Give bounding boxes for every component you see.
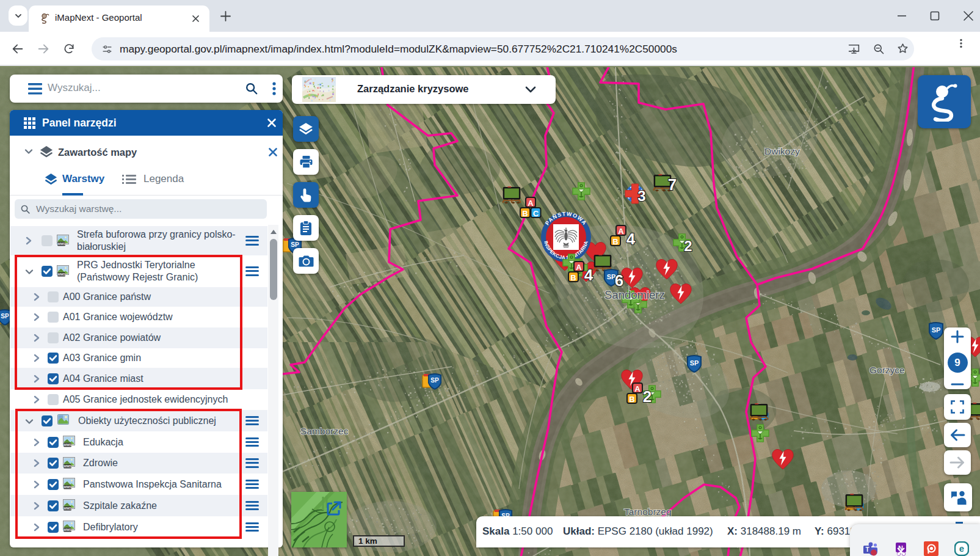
svg-text:Gorzyce: Gorzyce	[869, 365, 905, 375]
svg-text:A: A	[618, 227, 624, 236]
svg-text:A: A	[528, 199, 534, 208]
svg-text:B: B	[612, 237, 618, 246]
svg-text:C: C	[533, 209, 539, 218]
svg-text:7: 7	[668, 175, 677, 194]
svg-text:4: 4	[626, 230, 636, 248]
svg-text:4: 4	[584, 266, 593, 284]
svg-text:A: A	[576, 263, 582, 272]
svg-text:Sandomierz: Sandomierz	[604, 288, 665, 301]
svg-text:2: 2	[684, 238, 692, 254]
svg-text:WMS: WMS	[57, 242, 66, 246]
svg-text:6: 6	[615, 271, 623, 290]
svg-text:Tarnobrzeg: Tarnobrzeg	[624, 507, 672, 517]
svg-text:3: 3	[637, 188, 645, 204]
svg-text:B: B	[522, 209, 528, 218]
svg-text:Samborzec: Samborzec	[300, 426, 349, 436]
svg-text:B: B	[570, 273, 576, 282]
svg-text:A: A	[634, 384, 641, 393]
svg-text:Dwikozy: Dwikozy	[764, 146, 800, 156]
svg-text:T: T	[865, 546, 869, 553]
svg-text:e: e	[959, 544, 964, 554]
svg-text:B: B	[629, 395, 634, 404]
svg-text:2: 2	[643, 387, 652, 406]
